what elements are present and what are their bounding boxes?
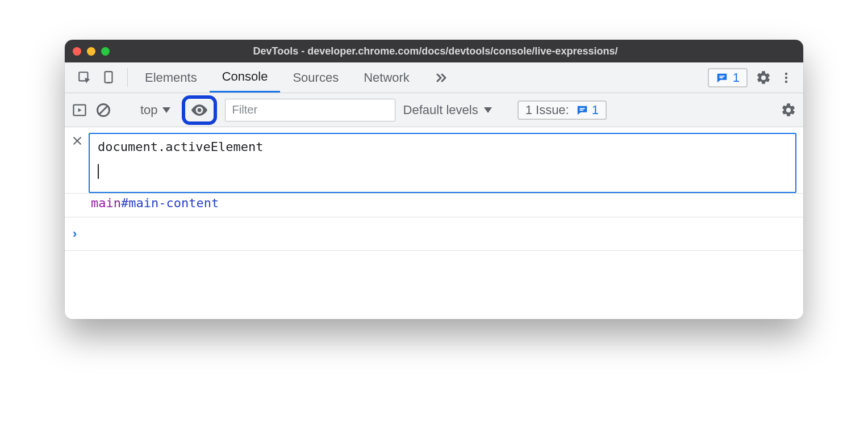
console-settings-gear-icon[interactable]: [781, 102, 796, 118]
window-close-button[interactable]: [73, 47, 81, 56]
filter-input[interactable]: [225, 99, 395, 121]
chevron-down-icon: [162, 107, 170, 113]
device-toolbar-icon[interactable]: [101, 70, 116, 85]
execution-context-dropdown[interactable]: top: [137, 102, 174, 119]
log-levels-label: Default levels: [403, 103, 478, 118]
inspect-element-icon[interactable]: [77, 70, 92, 85]
console-prompt[interactable]: ›: [65, 217, 803, 251]
svg-rect-4: [719, 77, 723, 78]
title-url: developer.chrome.com/docs/devtools/conso…: [307, 45, 617, 57]
console-sidebar-toggle-icon[interactable]: [72, 102, 87, 118]
svg-marker-9: [78, 108, 82, 112]
title-prefix: DevTools -: [253, 45, 308, 57]
clear-console-icon[interactable]: [95, 102, 111, 118]
chevron-down-icon: [484, 107, 492, 113]
window-minimize-button[interactable]: [87, 47, 95, 56]
tab-elements[interactable]: Elements: [132, 62, 210, 93]
live-expression-text: document.activeElement: [98, 140, 787, 154]
message-icon: [716, 72, 728, 84]
console-output-area: [65, 251, 803, 319]
svg-point-7: [785, 80, 787, 82]
messages-count: 1: [733, 70, 740, 85]
svg-point-12: [197, 108, 201, 112]
issues-count: 1: [592, 103, 599, 118]
execution-context-label: top: [140, 103, 158, 118]
svg-point-6: [785, 76, 787, 78]
window-zoom-button[interactable]: [101, 47, 110, 56]
result-id: #main-content: [121, 196, 219, 210]
svg-rect-3: [719, 76, 724, 77]
eye-icon: [190, 100, 209, 120]
live-expression-button[interactable]: [182, 95, 217, 125]
message-icon: [576, 104, 589, 116]
devtools-window: DevTools - developer.chrome.com/docs/dev…: [65, 40, 803, 319]
titlebar: DevTools - developer.chrome.com/docs/dev…: [65, 40, 803, 62]
window-title: DevTools - developer.chrome.com/docs/dev…: [115, 45, 756, 57]
remove-live-expression-button[interactable]: [72, 133, 89, 150]
tab-sources[interactable]: Sources: [280, 62, 351, 93]
tab-network[interactable]: Network: [351, 62, 422, 93]
text-caret: [98, 164, 99, 179]
svg-rect-1: [105, 72, 112, 83]
live-expression-result[interactable]: main#main-content: [91, 194, 803, 217]
close-icon: [72, 135, 83, 146]
kebab-menu-icon[interactable]: [779, 71, 793, 85]
settings-gear-icon[interactable]: [756, 70, 771, 86]
result-tag: main: [91, 196, 121, 210]
messages-chip[interactable]: 1: [708, 68, 748, 87]
tab-console[interactable]: Console: [210, 62, 281, 93]
chevron-double-right-icon: [435, 71, 448, 85]
live-expression-editor[interactable]: document.activeElement: [89, 133, 796, 193]
devtools-tabbar: Elements Console Sources Network: [65, 62, 803, 93]
svg-rect-14: [579, 110, 583, 111]
log-levels-dropdown[interactable]: Default levels: [403, 103, 492, 118]
divider: [127, 68, 128, 87]
tab-more[interactable]: [422, 62, 461, 93]
issues-chip[interactable]: 1 Issue: 1: [518, 100, 607, 120]
svg-point-5: [785, 72, 787, 74]
issues-label: 1 Issue:: [525, 103, 569, 118]
console-toolbar: top Default levels 1 Issue:: [65, 93, 803, 127]
prompt-chevron-icon: ›: [73, 227, 77, 241]
live-expression-section: document.activeElement main#main-content: [65, 127, 803, 217]
svg-rect-13: [579, 108, 585, 109]
svg-line-11: [99, 106, 107, 114]
traffic-lights: [73, 47, 110, 56]
